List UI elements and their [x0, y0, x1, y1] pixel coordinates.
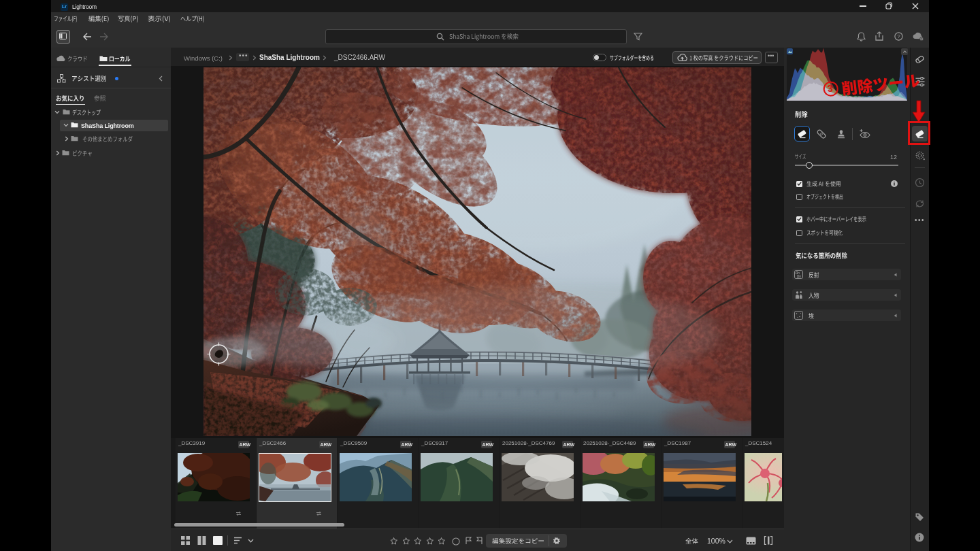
- svg-text:Dn: Dn: [797, 275, 801, 278]
- svg-text:Rn: Rn: [796, 271, 800, 275]
- svg-text:?: ?: [897, 33, 900, 39]
